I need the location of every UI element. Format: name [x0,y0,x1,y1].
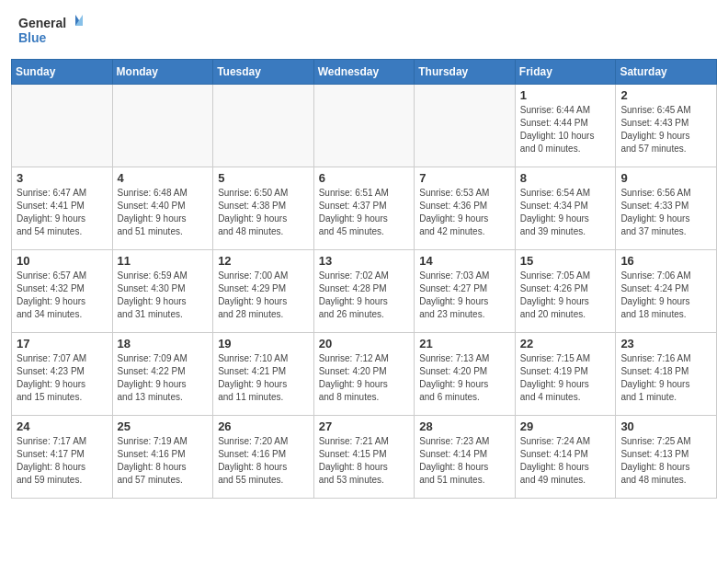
day-number: 23 [620,337,711,350]
day-info: Sunrise: 6:48 AM Sunset: 4:40 PM Dayligh… [118,187,209,238]
day-info: Sunrise: 7:24 AM Sunset: 4:14 PM Dayligh… [520,435,611,487]
calendar-cell [112,85,213,167]
day-number: 8 [520,171,611,185]
calendar-cell: 10Sunrise: 6:57 AM Sunset: 4:32 PM Dayli… [12,250,113,333]
day-info: Sunrise: 7:03 AM Sunset: 4:27 PM Dayligh… [419,270,510,321]
day-number: 24 [17,419,108,433]
calendar-cell: 15Sunrise: 7:05 AM Sunset: 4:26 PM Dayli… [515,250,616,333]
calendar-cell: 19Sunrise: 7:10 AM Sunset: 4:21 PM Dayli… [213,333,314,416]
weekday-header-friday: Friday [515,60,616,85]
day-info: Sunrise: 7:20 AM Sunset: 4:16 PM Dayligh… [218,435,309,487]
day-number: 18 [118,337,209,350]
calendar: SundayMondayTuesdayWednesdayThursdayFrid… [0,59,728,563]
calendar-cell [313,85,415,167]
week-row-0: 1Sunrise: 6:44 AM Sunset: 4:44 PM Daylig… [12,85,717,167]
logo: General Blue [18,13,83,52]
week-row-1: 3Sunrise: 6:47 AM Sunset: 4:41 PM Daylig… [12,167,717,250]
weekday-header-sunday: Sunday [12,60,113,85]
day-number: 29 [520,419,611,433]
day-info: Sunrise: 6:57 AM Sunset: 4:32 PM Dayligh… [17,270,108,321]
day-number: 14 [419,254,510,268]
calendar-cell: 11Sunrise: 6:59 AM Sunset: 4:30 PM Dayli… [112,250,213,333]
day-number: 17 [17,337,108,350]
day-number: 4 [118,171,209,185]
calendar-cell: 16Sunrise: 7:06 AM Sunset: 4:24 PM Dayli… [616,250,717,333]
day-number: 30 [620,419,711,433]
weekday-header-row: SundayMondayTuesdayWednesdayThursdayFrid… [12,60,717,85]
day-number: 25 [118,419,209,433]
day-number: 26 [218,419,309,433]
week-row-3: 17Sunrise: 7:07 AM Sunset: 4:23 PM Dayli… [12,333,717,416]
day-info: Sunrise: 7:10 AM Sunset: 4:21 PM Dayligh… [218,352,309,404]
day-info: Sunrise: 6:56 AM Sunset: 4:33 PM Dayligh… [620,187,711,238]
day-info: Sunrise: 7:05 AM Sunset: 4:26 PM Dayligh… [520,270,611,321]
day-number: 21 [419,337,510,350]
calendar-cell: 5Sunrise: 6:50 AM Sunset: 4:38 PM Daylig… [213,167,314,250]
calendar-cell: 24Sunrise: 7:17 AM Sunset: 4:17 PM Dayli… [12,416,113,499]
day-info: Sunrise: 7:02 AM Sunset: 4:28 PM Dayligh… [319,270,410,321]
day-number: 16 [620,254,711,268]
day-info: Sunrise: 7:07 AM Sunset: 4:23 PM Dayligh… [17,352,108,404]
day-info: Sunrise: 7:19 AM Sunset: 4:16 PM Dayligh… [118,435,209,487]
calendar-cell: 13Sunrise: 7:02 AM Sunset: 4:28 PM Dayli… [313,250,415,333]
calendar-cell [213,85,314,167]
day-info: Sunrise: 7:21 AM Sunset: 4:15 PM Dayligh… [319,435,410,487]
day-info: Sunrise: 7:09 AM Sunset: 4:22 PM Dayligh… [118,352,209,404]
calendar-cell [12,85,113,167]
calendar-cell: 28Sunrise: 7:23 AM Sunset: 4:14 PM Dayli… [415,416,516,499]
calendar-cell: 30Sunrise: 7:25 AM Sunset: 4:13 PM Dayli… [616,416,717,499]
calendar-cell: 29Sunrise: 7:24 AM Sunset: 4:14 PM Dayli… [515,416,616,499]
calendar-cell: 26Sunrise: 7:20 AM Sunset: 4:16 PM Dayli… [213,416,314,499]
calendar-cell: 17Sunrise: 7:07 AM Sunset: 4:23 PM Dayli… [12,333,113,416]
svg-text:General: General [18,16,66,30]
day-number: 11 [118,254,209,268]
day-number: 20 [319,337,410,350]
day-number: 22 [520,337,611,350]
day-info: Sunrise: 7:06 AM Sunset: 4:24 PM Dayligh… [620,270,711,321]
day-number: 12 [218,254,309,268]
day-number: 28 [419,419,510,433]
calendar-cell: 9Sunrise: 6:56 AM Sunset: 4:33 PM Daylig… [616,167,717,250]
weekday-header-thursday: Thursday [415,60,516,85]
day-info: Sunrise: 7:16 AM Sunset: 4:18 PM Dayligh… [620,352,711,404]
day-number: 6 [319,171,410,185]
day-info: Sunrise: 6:45 AM Sunset: 4:43 PM Dayligh… [620,104,711,155]
weekday-header-wednesday: Wednesday [313,60,415,85]
day-number: 5 [218,171,309,185]
weekday-header-saturday: Saturday [616,60,717,85]
day-info: Sunrise: 6:44 AM Sunset: 4:44 PM Dayligh… [520,104,611,155]
calendar-table: SundayMondayTuesdayWednesdayThursdayFrid… [11,59,717,499]
header: General Blue [0,0,728,59]
day-number: 7 [419,171,510,185]
calendar-cell: 3Sunrise: 6:47 AM Sunset: 4:41 PM Daylig… [12,167,113,250]
day-info: Sunrise: 6:53 AM Sunset: 4:36 PM Dayligh… [419,187,510,238]
day-number: 19 [218,337,309,350]
day-number: 27 [319,419,410,433]
calendar-cell: 1Sunrise: 6:44 AM Sunset: 4:44 PM Daylig… [515,85,616,167]
day-number: 2 [620,88,711,102]
day-info: Sunrise: 7:25 AM Sunset: 4:13 PM Dayligh… [620,435,711,487]
calendar-cell: 18Sunrise: 7:09 AM Sunset: 4:22 PM Dayli… [112,333,213,416]
day-info: Sunrise: 7:15 AM Sunset: 4:19 PM Dayligh… [520,352,611,404]
calendar-cell: 12Sunrise: 7:00 AM Sunset: 4:29 PM Dayli… [213,250,314,333]
day-info: Sunrise: 7:12 AM Sunset: 4:20 PM Dayligh… [319,352,410,404]
calendar-cell: 22Sunrise: 7:15 AM Sunset: 4:19 PM Dayli… [515,333,616,416]
calendar-cell: 6Sunrise: 6:51 AM Sunset: 4:37 PM Daylig… [313,167,415,250]
day-info: Sunrise: 6:59 AM Sunset: 4:30 PM Dayligh… [118,270,209,321]
day-info: Sunrise: 7:23 AM Sunset: 4:14 PM Dayligh… [419,435,510,487]
calendar-cell: 8Sunrise: 6:54 AM Sunset: 4:34 PM Daylig… [515,167,616,250]
day-info: Sunrise: 7:00 AM Sunset: 4:29 PM Dayligh… [218,270,309,321]
day-number: 9 [620,171,711,185]
day-info: Sunrise: 6:47 AM Sunset: 4:41 PM Dayligh… [17,187,108,238]
day-number: 3 [17,171,108,185]
day-number: 1 [520,88,611,102]
day-info: Sunrise: 6:51 AM Sunset: 4:37 PM Dayligh… [319,187,410,238]
calendar-cell: 14Sunrise: 7:03 AM Sunset: 4:27 PM Dayli… [415,250,516,333]
day-number: 10 [17,254,108,268]
calendar-cell: 4Sunrise: 6:48 AM Sunset: 4:40 PM Daylig… [112,167,213,250]
weekday-header-tuesday: Tuesday [213,60,314,85]
day-info: Sunrise: 6:50 AM Sunset: 4:38 PM Dayligh… [218,187,309,238]
calendar-cell: 7Sunrise: 6:53 AM Sunset: 4:36 PM Daylig… [415,167,516,250]
calendar-cell: 25Sunrise: 7:19 AM Sunset: 4:16 PM Dayli… [112,416,213,499]
calendar-cell: 27Sunrise: 7:21 AM Sunset: 4:15 PM Dayli… [313,416,415,499]
